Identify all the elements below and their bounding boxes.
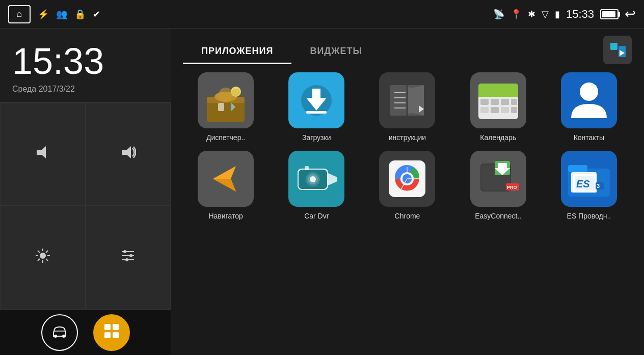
- svg-rect-20: [113, 324, 119, 330]
- back-arrow-icon[interactable]: ↩: [625, 6, 636, 22]
- svg-rect-57: [511, 99, 517, 105]
- svg-point-18: [62, 335, 65, 338]
- status-time: 15:33: [566, 8, 594, 21]
- app-instructions[interactable]: инструкции: [364, 72, 450, 142]
- app-chrome[interactable]: Chrome: [364, 151, 450, 220]
- controls-grid: [0, 102, 171, 309]
- app-icon-dispatcher: [198, 72, 254, 128]
- home-icon: ⌂: [17, 9, 22, 19]
- svg-point-63: [580, 83, 598, 101]
- app-cardvr[interactable]: Car Dvr: [274, 151, 359, 220]
- tab-bar: ПРИЛОЖЕНИЯ ВИДЖЕТЫ: [183, 29, 632, 64]
- app-icon-navigator: [198, 151, 254, 207]
- brightness-button[interactable]: [0, 206, 86, 309]
- app-dispatcher[interactable]: Диспетчер..: [183, 72, 269, 142]
- svg-rect-58: [480, 107, 489, 113]
- svg-point-32: [219, 88, 233, 102]
- app-label-navigator: Навигатор: [208, 212, 243, 220]
- volume-up-icon: [120, 144, 136, 164]
- app-icon-instructions: [379, 72, 435, 128]
- bottom-nav: [0, 309, 171, 355]
- status-right-icons: 📡 📍 ✱ ▽ ▮ 15:33 ↩: [493, 6, 636, 22]
- app-label-dispatcher: Диспетчер..: [206, 133, 245, 142]
- svg-line-7: [38, 251, 40, 253]
- svg-rect-92: [568, 165, 587, 172]
- signal-icon: ▮: [555, 9, 560, 20]
- app-icon-es: ES 3: [561, 151, 617, 207]
- app-icon-contacts: [561, 72, 617, 128]
- settings-sliders-button[interactable]: [86, 206, 171, 309]
- svg-text:ES: ES: [576, 178, 590, 189]
- app-label-easyconnect: EasyConnect..: [475, 212, 521, 220]
- app-calendar[interactable]: Календарь: [455, 72, 541, 142]
- battery-icon: [600, 9, 619, 19]
- svg-rect-54: [480, 99, 489, 105]
- clock-date: Среда 2017/3/22: [12, 85, 158, 94]
- usb-icon: ⚡: [38, 9, 49, 20]
- svg-line-10: [38, 259, 40, 261]
- app-label-calendar: Календарь: [480, 133, 516, 142]
- app-contacts[interactable]: Контакты: [546, 72, 632, 142]
- wifi-icon: ▽: [542, 9, 549, 20]
- app-label-instructions: инструкции: [389, 133, 426, 142]
- volume-down-button[interactable]: [0, 102, 86, 206]
- store-button[interactable]: [603, 36, 632, 64]
- svg-rect-21: [104, 332, 111, 338]
- svg-point-17: [54, 335, 57, 338]
- app-label-chrome: Chrome: [395, 212, 420, 220]
- app-label-es: ES Проводн..: [567, 212, 611, 220]
- svg-rect-60: [501, 107, 509, 113]
- svg-line-9: [46, 251, 48, 253]
- apps-grid-icon: [102, 322, 121, 343]
- clock-area: 15:33 Среда 2017/3/22: [0, 29, 171, 102]
- svg-rect-33: [218, 103, 224, 111]
- tabs: ПРИЛОЖЕНИЯ ВИДЖЕТЫ: [183, 40, 381, 64]
- svg-point-72: [310, 176, 316, 182]
- app-icon-calendar: [470, 72, 526, 128]
- app-navigator[interactable]: Навигатор: [183, 151, 269, 220]
- svg-marker-1: [122, 146, 131, 158]
- svg-rect-59: [491, 107, 499, 113]
- bluetooth-icon: ✱: [528, 9, 535, 20]
- lock-icon: 🔒: [74, 9, 86, 20]
- svg-line-8: [46, 259, 48, 261]
- app-label-contacts: Контакты: [574, 133, 604, 142]
- svg-rect-55: [491, 99, 499, 105]
- brightness-icon: [35, 248, 51, 267]
- tab-widgets[interactable]: ВИДЖЕТЫ: [291, 40, 381, 64]
- svg-marker-0: [37, 146, 46, 158]
- clipboard-icon: ✔: [93, 9, 100, 20]
- volume-up-button[interactable]: [86, 102, 171, 206]
- app-icon-downloads: [288, 72, 344, 128]
- svg-point-16: [125, 258, 128, 261]
- svg-rect-25: [610, 43, 618, 50]
- left-panel: 15:33 Среда 2017/3/22: [0, 29, 171, 355]
- app-icon-cardvr: [288, 151, 344, 207]
- apps-button[interactable]: [93, 314, 130, 351]
- cast-icon: 📡: [493, 9, 504, 20]
- app-icon-chrome: [379, 151, 435, 207]
- car-icon: [50, 322, 69, 343]
- svg-rect-61: [511, 107, 517, 113]
- clock-time: 15:33: [12, 43, 158, 79]
- tab-apps[interactable]: ПРИЛОЖЕНИЯ: [183, 40, 291, 64]
- app-downloads[interactable]: Загрузки: [274, 72, 359, 142]
- status-left-icons: ⌂ ⚡ 👥 🔒 ✔: [8, 5, 100, 23]
- svg-point-14: [129, 254, 132, 257]
- app-icon-easyconnect: PRO: [470, 151, 526, 207]
- car-button[interactable]: [41, 314, 78, 351]
- svg-rect-40: [306, 111, 327, 114]
- main-layout: 15:33 Среда 2017/3/22: [0, 29, 644, 355]
- app-es[interactable]: ES 3 ES Проводн..: [546, 151, 632, 220]
- svg-point-12: [123, 250, 126, 253]
- svg-rect-22: [113, 332, 119, 338]
- right-panel: ПРИЛОЖЕНИЯ ВИДЖЕТЫ: [171, 29, 644, 355]
- app-easyconnect[interactable]: PRO EasyConnect..: [455, 151, 541, 220]
- svg-rect-74: [305, 166, 309, 170]
- svg-point-2: [40, 253, 46, 259]
- svg-rect-53: [478, 92, 518, 97]
- home-button[interactable]: ⌂: [8, 5, 31, 23]
- app-label-cardvr: Car Dvr: [304, 212, 329, 220]
- status-bar: ⌂ ⚡ 👥 🔒 ✔ 📡 📍 ✱ ▽ ▮ 15:33 ↩: [0, 0, 644, 29]
- location-icon: 📍: [511, 9, 522, 20]
